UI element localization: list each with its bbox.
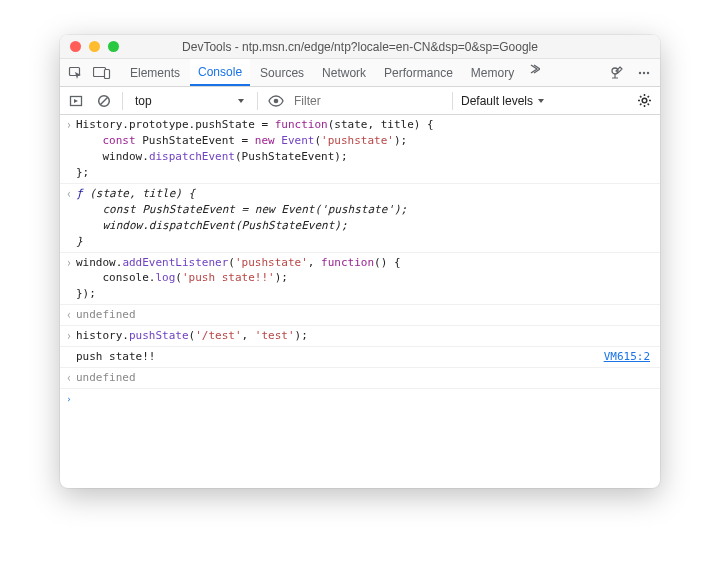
device-toolbar-icon[interactable] <box>92 63 112 83</box>
close-window-button[interactable] <box>70 41 81 52</box>
return-value: undefined <box>76 370 656 386</box>
svg-line-9 <box>101 97 108 104</box>
console-output-row: undefined <box>60 305 660 326</box>
window-title: DevTools - ntp.msn.cn/edge/ntp?locale=en… <box>60 40 660 54</box>
tab-console[interactable]: Console <box>190 59 250 86</box>
tab-elements[interactable]: Elements <box>122 59 188 86</box>
svg-rect-1 <box>94 67 106 76</box>
console-output-row: undefined <box>60 368 660 389</box>
console-settings-icon[interactable] <box>634 91 654 111</box>
kebab-menu-icon[interactable] <box>634 63 654 83</box>
console-log-row: push state!! VM615:2 <box>60 347 660 368</box>
console-prompt-input[interactable] <box>76 391 656 406</box>
tab-network[interactable]: Network <box>314 59 374 86</box>
svg-point-3 <box>612 68 618 74</box>
source-location-link[interactable]: VM615:2 <box>604 349 656 365</box>
log-message: push state!! <box>76 349 604 365</box>
tab-performance[interactable]: Performance <box>376 59 461 86</box>
context-selector[interactable]: top <box>131 94 249 108</box>
devtools-window: DevTools - ntp.msn.cn/edge/ntp?locale=en… <box>60 35 660 488</box>
clear-console-icon[interactable] <box>94 91 114 111</box>
code-snippet: history.pushState('/test', 'test'); <box>76 328 656 344</box>
svg-rect-2 <box>105 69 110 78</box>
minimize-window-button[interactable] <box>89 41 100 52</box>
code-snippet: window.addEventListener('pushstate', fun… <box>76 255 656 303</box>
return-value: ƒ (state, title) { const PushStateEvent … <box>76 186 656 250</box>
zoom-window-button[interactable] <box>108 41 119 52</box>
svg-point-6 <box>647 71 649 73</box>
return-value: undefined <box>76 307 656 323</box>
log-levels-selector[interactable]: Default levels <box>461 94 545 108</box>
context-label: top <box>135 94 152 108</box>
console-input-row[interactable]: History.prototype.pushState = function(s… <box>60 115 660 184</box>
console-output-row: ƒ (state, title) { const PushStateEvent … <box>60 184 660 253</box>
code-snippet: History.prototype.pushState = function(s… <box>76 117 656 181</box>
inspect-element-icon[interactable] <box>66 63 86 83</box>
more-tabs-icon[interactable] <box>524 59 544 79</box>
devtools-tabs: Elements Console Sources Network Perform… <box>60 59 660 87</box>
customize-icon[interactable] <box>606 63 626 83</box>
svg-point-11 <box>642 98 647 103</box>
console-input-row[interactable]: history.pushState('/test', 'test'); <box>60 326 660 347</box>
titlebar: DevTools - ntp.msn.cn/edge/ntp?locale=en… <box>60 35 660 59</box>
console-input-row[interactable]: window.addEventListener('pushstate', fun… <box>60 253 660 306</box>
svg-point-4 <box>639 71 641 73</box>
svg-point-10 <box>274 98 279 103</box>
divider <box>122 92 123 110</box>
console-output: History.prototype.pushState = function(s… <box>60 115 660 488</box>
console-toolbar: top Default levels <box>60 87 660 115</box>
traffic-lights <box>70 41 119 52</box>
divider <box>257 92 258 110</box>
tab-sources[interactable]: Sources <box>252 59 312 86</box>
svg-point-5 <box>643 71 645 73</box>
filter-input[interactable] <box>294 94 444 108</box>
divider <box>452 92 453 110</box>
live-expression-icon[interactable] <box>266 91 286 111</box>
levels-label: Default levels <box>461 94 533 108</box>
tab-memory[interactable]: Memory <box>463 59 522 86</box>
console-sidebar-toggle-icon[interactable] <box>66 91 86 111</box>
console-prompt-row[interactable]: › <box>60 389 660 408</box>
